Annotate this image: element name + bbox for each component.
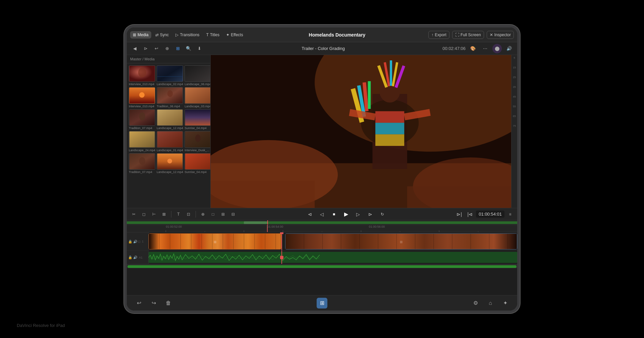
list-item[interactable]: Interview_010.mp4 <box>129 65 155 86</box>
transform-btn[interactable]: ⊕ <box>199 210 207 219</box>
next-marker-btn[interactable]: ⊳ <box>366 210 375 219</box>
media-thumbnail <box>184 131 210 148</box>
undo-btn[interactable]: ↩ <box>152 44 161 53</box>
list-item[interactable]: Landscape_06.mp4 <box>184 65 210 86</box>
svg-rect-22 <box>185 154 210 169</box>
link-btn[interactable]: ⊕ <box>162 44 172 53</box>
grid-view-btn[interactable]: ⊞ <box>173 44 182 53</box>
transitions-icon: ▷ <box>175 33 178 37</box>
project-title: Homelands Documentary <box>309 32 366 38</box>
media-filename: Tradition_06.mp4 <box>157 105 183 108</box>
svg-rect-12 <box>157 110 183 125</box>
list-item[interactable]: Landscape_01.mp4 <box>157 131 183 152</box>
prev-marker-btn[interactable]: ⊲ <box>305 210 315 219</box>
lock-icon[interactable]: 🔒 <box>128 240 132 243</box>
media-thumbnail <box>157 87 183 104</box>
toolbar2-right: 00:02:47:06 🎨 ⋯ ⬤ 🔊 <box>442 44 514 53</box>
marker-btn[interactable]: ⊞ <box>219 210 227 219</box>
media-nav-btn[interactable]: ⊞ Media <box>130 31 151 39</box>
video-clip-1[interactable]: ⊞ <box>149 233 281 249</box>
effects-nav-btn[interactable]: ✦ Effects <box>223 31 246 39</box>
audio-lock-icon[interactable]: 🔒 <box>128 256 132 259</box>
undo-icon: ↩ <box>137 300 141 306</box>
media-label: Media <box>138 33 149 37</box>
inspector-btn[interactable]: ✕ Inspector <box>487 31 514 39</box>
list-item[interactable]: Tradition_06.mp4 <box>157 87 183 108</box>
timeline-scrollbar[interactable] <box>127 264 517 268</box>
list-item[interactable]: Landscape_02.mp4 <box>157 65 183 86</box>
audio-waveform <box>149 252 517 263</box>
import-btn[interactable]: ⬇ <box>195 44 204 53</box>
next-frame-btn[interactable]: ▷ <box>354 210 363 219</box>
a1-track-controls: 🔒 🔊 A1 <box>127 251 149 264</box>
project-settings-btn[interactable]: ⚙ <box>470 298 481 308</box>
preferences-btn[interactable]: ✦ <box>500 298 511 308</box>
list-item[interactable]: Interview_010.mp4 <box>129 87 155 108</box>
list-item[interactable]: Landscape_12.mp4 <box>157 109 183 130</box>
flag-tool-btn[interactable]: ⊡ <box>184 210 193 219</box>
loop-btn[interactable]: ↻ <box>378 210 387 219</box>
skip-to-start-btn[interactable]: |⊲ <box>465 210 475 219</box>
media-filename: Sunrise_04.mp4 <box>184 126 210 130</box>
transport-controls: ⊲ ◁ ■ ▶ ▷ ⊳ ↻ <box>239 210 453 219</box>
media-thumbnail <box>129 87 155 104</box>
delete-btn[interactable]: 🗑 <box>163 298 174 308</box>
titles-nav-btn[interactable]: T Titles <box>204 31 222 39</box>
link-clip-btn[interactable]: ⊠ <box>160 210 168 219</box>
list-item[interactable]: Sunrise_04.mp4 <box>184 153 210 174</box>
home-btn[interactable]: ⌂ <box>485 298 496 308</box>
list-item[interactable]: Interview_Dusk_... <box>184 131 210 152</box>
list-item[interactable]: Tradition_07.mp4 <box>129 153 155 174</box>
fullscreen-btn[interactable]: ⛶ Full Screen <box>452 31 484 39</box>
list-item[interactable]: Landscape_24.mp4 <box>129 131 155 152</box>
audio-icon[interactable]: 🔊 <box>133 240 137 243</box>
stop-btn[interactable]: ■ <box>329 210 339 219</box>
back-btn[interactable]: ◀ <box>130 44 140 53</box>
cut-page-btn[interactable]: ⊞ <box>317 298 327 308</box>
list-item[interactable]: Landscape_12.mp4 <box>157 153 183 174</box>
trim-tool-btn[interactable]: ⊢ <box>150 210 158 219</box>
a1-track-content[interactable] <box>149 251 517 264</box>
bottom-left-controls: ↩ ↪ 🗑 <box>133 298 174 308</box>
timeline-options-btn[interactable]: ≡ <box>506 210 515 219</box>
play-btn[interactable]: ▶ <box>341 210 351 219</box>
svg-rect-2 <box>157 66 183 81</box>
text-tool-btn[interactable]: T <box>174 210 183 219</box>
video-clip-2[interactable]: ⊞ <box>285 233 517 249</box>
speed-btn[interactable]: ⊟ <box>229 210 237 219</box>
undo-history-btn[interactable]: ↩ <box>133 298 144 308</box>
audio-track-row: 🔒 🔊 A1 <box>127 251 517 264</box>
cut-tool-btn[interactable]: ✂ <box>129 210 138 219</box>
list-item[interactable]: Tradition_07.mp4 <box>129 109 155 130</box>
color-grade-btn[interactable]: ⬤ <box>492 44 502 53</box>
audio-playhead <box>281 251 282 264</box>
audio-volume-icon[interactable]: 🔊 <box>133 256 137 259</box>
export-btn[interactable]: ↑ Export <box>428 31 449 39</box>
nav-right: ↑ Export ⛶ Full Screen ✕ Inspector <box>428 31 514 39</box>
forward-clip-btn[interactable]: ⊳ <box>141 44 150 53</box>
color-wheels-btn[interactable]: 🎨 <box>468 44 478 53</box>
audio-meter-btn[interactable]: 🔊 <box>504 44 514 53</box>
svg-point-6 <box>139 93 145 98</box>
scopes-btn[interactable]: ⋯ <box>480 44 490 53</box>
eye-icon[interactable]: □ <box>138 240 140 243</box>
media-filename: Landscape_12.mp4 <box>157 126 183 130</box>
prev-frame-btn[interactable]: ◁ <box>317 210 327 219</box>
search-btn[interactable]: 🔍 <box>184 44 193 53</box>
select-tool-btn[interactable]: ◻ <box>140 210 148 219</box>
list-item[interactable]: Sunrise_04.mp4 <box>184 109 210 130</box>
right-sidebar: 5 15 25 35 45 55 65 75 <box>511 55 517 208</box>
inspector-icon: ✕ <box>490 33 493 37</box>
redo-history-btn[interactable]: ↪ <box>148 298 159 308</box>
scroll-thumb[interactable] <box>127 265 517 268</box>
skip-to-end-btn[interactable]: ⊳| <box>454 210 464 219</box>
v1-track-content[interactable]: ⊞ <box>149 232 517 250</box>
media-icon: ⊞ <box>133 33 136 37</box>
list-item[interactable]: Landscape_03.mp4 <box>184 87 210 108</box>
transitions-nav-btn[interactable]: ▷ Transitions <box>173 31 202 39</box>
sync-nav-btn[interactable]: ⇄ Sync <box>153 31 172 39</box>
media-filename: Sunrise_04.mp4 <box>184 170 210 174</box>
bottom-center-controls: ⊞ <box>174 298 470 308</box>
crop-btn[interactable]: □ <box>209 210 217 219</box>
svg-point-8 <box>167 90 173 97</box>
